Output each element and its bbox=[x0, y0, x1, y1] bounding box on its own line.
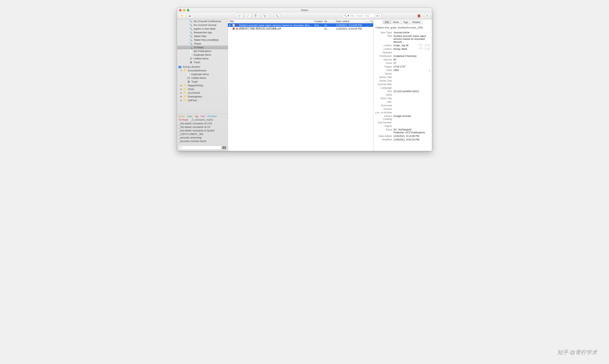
column-date-added[interactable]: Date Added˄ bbox=[335, 19, 365, 23]
field-value[interactable]: 11/8/2021, 9:14:08 PM bbox=[393, 135, 430, 137]
sidebar-item[interactable]: 📄My Publications bbox=[177, 49, 228, 53]
tag[interactable]: _acousitc streaming bbox=[179, 136, 226, 139]
new-note-button[interactable]: 🗒▾ bbox=[252, 13, 260, 18]
disclosure-icon[interactable]: ▼ bbox=[180, 69, 182, 72]
tag[interactable]: To-Read bbox=[179, 118, 188, 121]
tag[interactable]: Obsidian bbox=[207, 115, 217, 118]
field-value[interactable]: 1991y bbox=[393, 69, 430, 72]
author-mode-toggle[interactable] bbox=[419, 47, 423, 49]
advanced-search-button[interactable]: 🔍 bbox=[274, 13, 280, 18]
remove-author-button[interactable]: − bbox=[424, 44, 427, 47]
disclosure-icon[interactable]: ▶ bbox=[229, 24, 231, 26]
sidebar-item[interactable]: 🔍To-Read bbox=[177, 46, 228, 49]
sidebar-item[interactable]: 🗑Trash bbox=[177, 60, 228, 64]
items-list[interactable]: ▶📄Surface acoustic wave vapor sensors ba… bbox=[228, 23, 373, 151]
sidebar-item[interactable]: 🔍Tablet Files bbox=[177, 34, 228, 38]
tag[interactable]: Later bbox=[187, 115, 193, 118]
chevron-down-icon[interactable]: ▾ bbox=[383, 48, 384, 50]
sidebar-item[interactable]: 🔍Tablet Files (modified) bbox=[177, 38, 228, 42]
field-row: Rights bbox=[375, 124, 430, 128]
sidebar-item[interactable]: ▶📁HappyTeXing bbox=[177, 84, 228, 87]
disclosure-icon[interactable]: ▶ bbox=[180, 95, 182, 98]
field-value[interactable]: Grate, Jay W. bbox=[393, 44, 416, 47]
tab-notes[interactable]: Notes bbox=[391, 20, 401, 24]
folder-icon: 📁 bbox=[184, 69, 186, 72]
sidebar-item[interactable]: 🗃Unfiled Items bbox=[177, 76, 228, 80]
add-attachment-button[interactable]: 📎▾ bbox=[261, 13, 270, 18]
disclosure-icon[interactable]: ▶ bbox=[180, 92, 182, 94]
remove-author-button[interactable]: − bbox=[424, 47, 427, 50]
sidebar-item[interactable]: 🔍No Crossref Conference bbox=[177, 19, 228, 23]
sidebar-item[interactable]: 🔍Thesis bbox=[177, 42, 228, 46]
column-attachment[interactable]: 📎 bbox=[369, 19, 373, 23]
tag[interactable]: _acoustic contrast factor bbox=[179, 140, 226, 143]
sidebar-item[interactable]: ▼📁AcousticDevices bbox=[177, 69, 228, 72]
sidebar-item[interactable]: ▶📁ZotFans bbox=[177, 98, 228, 102]
search-folder-icon: 🔍 bbox=[189, 46, 192, 49]
field-value[interactable]: Surface acoustic wave vapor sensors base… bbox=[393, 35, 430, 43]
sidebar-item[interactable]: ▶📁iTools bbox=[177, 87, 228, 91]
sidebar-item[interactable]: 📑Duplicate Items bbox=[177, 72, 228, 76]
tab-info[interactable]: Info bbox=[383, 20, 391, 24]
column-title[interactable]: Title bbox=[228, 19, 313, 23]
chevron-down-icon[interactable]: ▾ bbox=[383, 45, 384, 47]
tag[interactable]: _3rd elastic constants of LGS bbox=[179, 122, 226, 125]
add-by-identifier-button[interactable]: 🪄 bbox=[245, 13, 251, 18]
field-value[interactable]: 1719-1727 bbox=[393, 65, 430, 68]
sidebar-item[interactable]: 📑Duplicate Items bbox=[177, 53, 228, 57]
field-value[interactable]: 63 bbox=[393, 58, 430, 61]
sidebar-item[interactable]: 🔍papers in last week bbox=[177, 27, 228, 31]
field-value[interactable]: SC: NoData[s0]Publisher: ACS Publication… bbox=[393, 128, 430, 134]
sidebar-item[interactable]: 🔍No Crossref Journal bbox=[177, 23, 228, 27]
citation-key-value[interactable]: grate_SurfaceAcoustic_1991 bbox=[390, 26, 423, 29]
new-item-button[interactable]: ＋▾ bbox=[236, 13, 243, 18]
field-value[interactable]: 11/8/2021, 9:52:03 PM bbox=[393, 138, 430, 141]
column-itemtype[interactable]: Ite… bbox=[323, 19, 331, 23]
tag[interactable]: _3_constants_matrix bbox=[190, 118, 213, 121]
tag[interactable]: _3rd elastic constants of LN bbox=[179, 126, 226, 129]
new-library-button[interactable]: 🗂▾ bbox=[186, 13, 194, 18]
new-collection-button[interactable]: 📁 bbox=[179, 13, 185, 18]
tag[interactable]: Star bbox=[200, 115, 205, 118]
tab-tags[interactable]: Tags bbox=[401, 20, 410, 24]
sidebar-item[interactable]: ▶📁nCoV2019 bbox=[177, 91, 228, 95]
tag-color-menu[interactable] bbox=[222, 146, 226, 149]
disclosure-icon[interactable]: ▶ bbox=[180, 99, 182, 101]
tag[interactable]: _128YX LiNbO3 _301 bbox=[179, 133, 226, 136]
item-info-scroll[interactable]: Citation Key: grate_SurfaceAcoustic_1991… bbox=[373, 25, 432, 151]
add-author-button[interactable]: + bbox=[427, 47, 430, 50]
sidebar-item[interactable]: 🗃Unfiled Items bbox=[177, 57, 228, 60]
item-type: Att… bbox=[323, 27, 331, 30]
column-misc[interactable]: … bbox=[365, 19, 369, 23]
field-value[interactable]: Google Scholar bbox=[393, 115, 430, 117]
column-misc[interactable]: … bbox=[331, 19, 335, 23]
tag[interactable]: ing bbox=[195, 115, 198, 118]
tag-filter-input[interactable] bbox=[179, 146, 221, 150]
tab-related[interactable]: Related bbox=[410, 20, 423, 24]
tag[interactable]: _3rd elastic constants of Quartz bbox=[179, 129, 226, 132]
column-creator[interactable]: Creator bbox=[313, 19, 323, 23]
field-value[interactable]: Klusty, Mark bbox=[393, 47, 416, 50]
chevron-down-icon[interactable]: ▾ bbox=[348, 14, 349, 17]
sidebar-item[interactable]: 🔍Researcher App bbox=[177, 31, 228, 34]
disclosure-icon[interactable]: ▶ bbox=[180, 88, 182, 90]
sidebar-item[interactable]: 🗑Trash bbox=[177, 80, 228, 84]
field-value[interactable]: Journal Article bbox=[393, 31, 430, 34]
duplicate-icon: 📑 bbox=[187, 73, 190, 76]
sidebar-item[interactable]: ▶📁SharingHere bbox=[177, 95, 228, 98]
author-mode-toggle[interactable] bbox=[419, 44, 423, 46]
collections-tree[interactable]: 🔍No Crossref Conference🔍No Crossref Jour… bbox=[177, 19, 228, 114]
item-row[interactable]: 📕[四级词汇词根.联想记忆法]扫描版.pdfAtt…11/8/2021, 9:4… bbox=[228, 27, 373, 30]
pdf-icon[interactable]: 📕 bbox=[417, 14, 421, 17]
locate-button[interactable]: ➜▾ bbox=[374, 13, 382, 18]
column-header[interactable]: Title Creator Ite… … Date Added˄ … 📎 bbox=[228, 19, 373, 23]
add-author-button[interactable]: + bbox=[427, 44, 430, 47]
tag[interactable]: Done bbox=[179, 115, 185, 118]
disclosure-icon[interactable]: ▶ bbox=[180, 84, 182, 87]
item-row[interactable]: ▶📄Surface acoustic wave vapor sensors ba… bbox=[228, 23, 373, 27]
field-value[interactable]: Analytical Chemistry bbox=[393, 54, 430, 57]
field-value[interactable]: 10.1021/ac00017a013 bbox=[393, 90, 430, 93]
quick-search[interactable]: 🔍▾ bbox=[343, 13, 370, 18]
sync-button[interactable]: ↻ bbox=[424, 13, 430, 18]
field-value[interactable]: 17 bbox=[393, 62, 430, 65]
